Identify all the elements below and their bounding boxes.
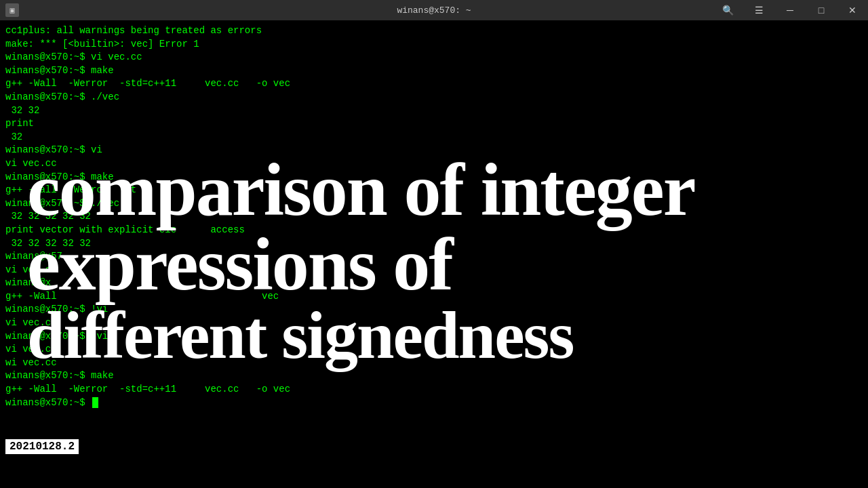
titlebar-title: winans@x570: ~ xyxy=(397,5,471,16)
terminal-line: winans@x570:~$ ./vec xyxy=(5,197,863,211)
menu-button[interactable]: ☰ xyxy=(743,0,774,20)
terminal-line: winans@x570:~$ vi vec.cc xyxy=(5,51,863,64)
terminal-line: print xyxy=(5,117,863,131)
titlebar: ▣ winans@x570: ~ 🔍 ☰ ─ □ ✕ xyxy=(0,0,868,20)
terminal-line: 32 32 32 32 32 xyxy=(5,237,863,251)
terminal-area: cc1plus: all warnings being treated as e… xyxy=(0,20,868,488)
terminal-line: g++ -Wall vec xyxy=(5,290,863,304)
terminal-line: winans@x570:~$ xyxy=(5,396,863,410)
titlebar-controls: 🔍 ☰ ─ □ ✕ xyxy=(712,0,868,20)
version-badge: 20210128.2 xyxy=(5,439,79,454)
terminal-line: g++ -Wall -Werror -st xyxy=(5,184,863,197)
terminal-line: winans@x570:~$ vi xyxy=(5,144,863,157)
terminal-line: winans@x570:~$ !vi xyxy=(5,303,863,317)
terminal-line: g++ -Wall -Werror -std=c++11 vec.cc -o v… xyxy=(5,77,863,91)
titlebar-left: ▣ xyxy=(0,3,19,17)
terminal-line: 32 32 xyxy=(5,104,863,118)
terminal-icon: ▣ xyxy=(5,3,19,17)
terminal-line: winans@x570:~$ make xyxy=(5,64,863,78)
minimize-button[interactable]: ─ xyxy=(774,0,806,20)
terminal-line: vi vec.cc xyxy=(5,343,863,357)
terminal-line: wi vec.cc xyxy=(5,357,863,370)
terminal-line: winans@x570:~$ make xyxy=(5,369,863,383)
terminal-line: print vector with explicit ele access xyxy=(5,224,863,237)
terminal-line: vi vec.cc xyxy=(5,317,863,330)
terminal-line: 32 32 32 32 32 xyxy=(5,210,863,224)
terminal-line: vi vec.cc xyxy=(5,157,863,171)
terminal-line: vi vec.cc xyxy=(5,264,863,277)
close-button[interactable]: ✕ xyxy=(837,0,868,20)
maximize-button[interactable]: □ xyxy=(806,0,837,20)
terminal-line: g++ -Wall -Werror -std=c++11 vec.cc -o v… xyxy=(5,383,863,396)
terminal-line: winans@x570:~$ !vi xyxy=(5,330,863,344)
search-button[interactable]: 🔍 xyxy=(712,0,743,20)
terminal-line: cc1plus: all warnings being treated as e… xyxy=(5,24,863,38)
terminal-line: winans@x57 xyxy=(5,250,863,264)
terminal-line: winans@x570:~$ make xyxy=(5,171,863,184)
terminal-line: winans@x570:~$ ./vec xyxy=(5,91,863,104)
terminal-line: make: *** [<builtin>: vec] Error 1 xyxy=(5,38,863,52)
cursor xyxy=(92,397,98,408)
terminal-line: winans@x xyxy=(5,277,863,290)
terminal-line: 32 xyxy=(5,131,863,144)
